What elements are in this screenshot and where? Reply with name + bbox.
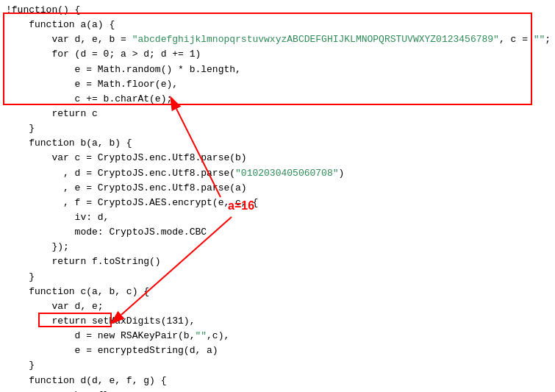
line-fc-open: function c(a, b, c) { <box>6 285 549 299</box>
line-fc-e: e = encryptedString(d, a) <box>6 343 549 358</box>
line-fa-close: } <box>6 121 549 136</box>
annotation-label: a=16 <box>228 197 254 215</box>
code-container: !function() { function a(a) { var d, e, … <box>0 0 555 392</box>
line-fb-ret: return f.toString() <box>6 254 549 269</box>
line-fc-ret: return setMaxDigits(131), <box>6 314 549 329</box>
line-fa-for: for (d = 0; a > d; d += 1) <box>6 47 549 62</box>
line-fb-var-e: , e = CryptoJS.enc.Utf8.parse(a) <box>6 181 549 196</box>
line-fb-var-c: var c = CryptoJS.enc.Utf8.parse(b) <box>6 151 549 165</box>
line-fb-iv: iv: d, <box>6 210 549 225</box>
line-fd-var: var h = {} <box>6 388 549 392</box>
line-fd-open: function d(d, e, f, g) { <box>6 374 549 388</box>
line-fa-open: function a(a) { <box>6 18 549 32</box>
line-fb-mode: mode: CryptoJS.mode.CBC <box>6 225 549 240</box>
line-fc-d: d = new RSAKeyPair(b,"",c), <box>6 329 549 343</box>
code-header: !function() { <box>6 3 549 18</box>
line-fa-ret: return c <box>6 107 549 121</box>
line-fc-var: var d, e; <box>6 299 549 314</box>
line-fb-var-f: , f = CryptoJS.AES.encrypt(e, c, { <box>6 196 549 210</box>
line-fa-e2: e = Math.floor(e), <box>6 77 549 92</box>
line-fb-var-d: , d = CryptoJS.enc.Utf8.parse("010203040… <box>6 166 549 181</box>
line-fb-brk: }); <box>6 240 549 254</box>
line-fc-close: } <box>6 358 549 373</box>
line-fa-c: c += b.charAt(e); <box>6 92 549 107</box>
line-fa-var: var d, e, b = "abcdefghijklmnopqrstuvwxy… <box>6 32 549 47</box>
line-fb-close: } <box>6 270 549 285</box>
line-fa-e1: e = Math.random() * b.length, <box>6 63 549 77</box>
line-fb-open: function b(a, b) { <box>6 136 549 151</box>
